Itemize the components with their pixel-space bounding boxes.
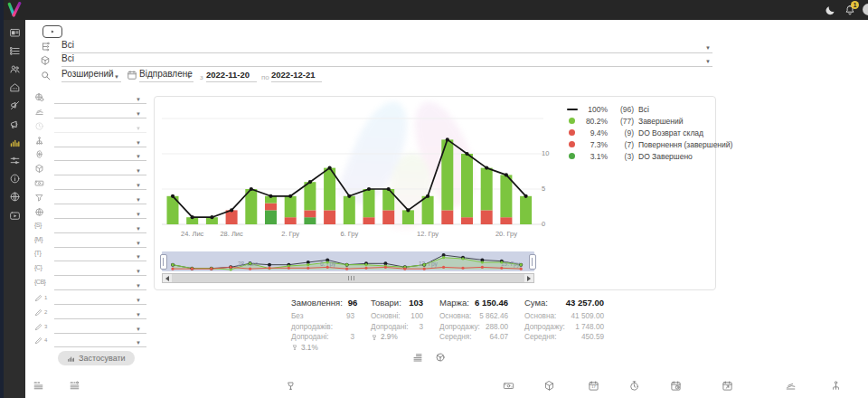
avatar[interactable]: [863, 4, 868, 15]
stat-sub-label: Допродані:: [371, 322, 409, 333]
toolbar-layers-icon[interactable]: [785, 380, 797, 392]
chevron-down-icon: ▼: [136, 168, 141, 174]
sidebar-item-globe-icon[interactable]: [4, 189, 25, 205]
toolbar-banknote-icon[interactable]: [503, 380, 514, 392]
scroll-left-arrow[interactable]: [163, 274, 172, 282]
stat-sub-label: Основні:: [371, 311, 401, 322]
toolbar-id-list-icon[interactable]: [33, 380, 44, 392]
toolbar-calendar-date-icon[interactable]: 17: [588, 380, 599, 392]
filter-select[interactable]: [54, 193, 146, 204]
legend-item-5[interactable]: 3.1%(3)DO Завершено: [566, 150, 732, 162]
filter-row-4: ▼: [33, 135, 148, 148]
apply-button[interactable]: Застосувати: [58, 351, 135, 365]
date-from-input[interactable]: 2022-11-20: [206, 70, 257, 82]
stat-sub-value: 93: [346, 311, 354, 332]
chart-range-minimap[interactable]: 28. Лис6. Гру12. Гру19. Гру: [162, 251, 534, 271]
search-icon[interactable]: [40, 70, 52, 81]
sidebar-item-branch-icon[interactable]: [4, 80, 25, 96]
scrollbar-grip[interactable]: [348, 276, 354, 280]
filter-row-13: {C}▼: [33, 263, 148, 277]
chart-mini-icon: [67, 355, 75, 363]
legend-item-4[interactable]: 7.3%(7)Повернення (завершений): [566, 138, 732, 150]
filter-select[interactable]: [54, 222, 146, 233]
toolbar-calendar-time-icon[interactable]: [670, 380, 682, 392]
legend-item-2[interactable]: 80.2%(77)Завершений: [566, 115, 732, 127]
legend-item-1[interactable]: 100%(96)Всі: [566, 103, 732, 115]
sidebar-item-orders-icon[interactable]: [4, 43, 25, 59]
legend-count: (96): [610, 105, 634, 114]
filter-select[interactable]: [54, 322, 146, 334]
scroll-right-arrow[interactable]: [524, 274, 533, 282]
chevron-down-icon: ▼: [136, 269, 141, 274]
filter-select[interactable]: [54, 336, 146, 347]
filter-select[interactable]: [54, 207, 146, 219]
filter-select[interactable]: [54, 279, 146, 290]
filter-row-12: {T}▼: [33, 249, 148, 262]
sidebar-item-sliders-icon[interactable]: [4, 152, 25, 168]
filter-select[interactable]: [54, 293, 146, 305]
sidebar-item-analytics-icon[interactable]: [4, 134, 25, 150]
filter-row-18: 4▼: [33, 335, 148, 348]
filter-row-15: 1▼: [33, 292, 148, 306]
app-logo[interactable]: [5, 2, 24, 18]
left-accent-strip: [0, 0, 4, 398]
y-tick-5: 5: [542, 185, 545, 193]
toolbar-org-icon[interactable]: [830, 380, 842, 392]
tour-play-button[interactable]: [42, 25, 62, 38]
sidebar-item-video-icon[interactable]: [4, 207, 25, 223]
view-toggle-cube-circle-icon[interactable]: [435, 352, 446, 363]
stat-sub-value: 5 862.46: [479, 311, 508, 322]
filter-select[interactable]: [54, 308, 146, 319]
toolbar-stopwatch-icon[interactable]: [628, 380, 640, 392]
filter-select[interactable]: [54, 164, 146, 175]
sidebar-item-clients-icon[interactable]: [4, 61, 25, 77]
product-select[interactable]: Всі ▼: [61, 53, 712, 67]
filter-select[interactable]: [54, 236, 146, 248]
stat-sub-label: Допродажу:: [524, 322, 565, 333]
date-to-input[interactable]: 2022-12-21: [271, 70, 322, 82]
stat-title: Сума:: [524, 298, 548, 308]
funnel-select[interactable]: Всі ▼: [61, 40, 712, 53]
filter-select[interactable]: [54, 250, 146, 261]
range-handle-right[interactable]: [529, 254, 536, 270]
clock-icon: [34, 121, 44, 131]
stat-percent: 2.9%: [381, 333, 398, 341]
notification-count-badge[interactable]: 1: [851, 1, 859, 9]
sidebar-item-megaphone-icon[interactable]: [4, 116, 25, 132]
filter-select[interactable]: [54, 178, 146, 190]
stat-sub-label: Допродані:: [291, 332, 329, 343]
theme-moon-icon[interactable]: [825, 5, 836, 16]
svg-text:20. Гру: 20. Гру: [495, 230, 517, 238]
chevron-down-icon: ▼: [136, 111, 141, 117]
range-handle-left[interactable]: [160, 254, 167, 270]
legend-count: (9): [610, 128, 634, 137]
chevron-down-icon: ▼: [136, 283, 141, 289]
filter-select[interactable]: [54, 121, 146, 133]
filter-select[interactable]: [54, 107, 146, 118]
sidebar-item-promo-off-icon[interactable]: [4, 98, 25, 114]
filter-select[interactable]: [54, 92, 146, 104]
toolbar-id-link-icon[interactable]: [69, 380, 80, 392]
sidebar-item-screen-icon[interactable]: [4, 24, 25, 41]
orders-stacked-bar-chart[interactable]: 24. Лис28. Лис2. Гру6. Гру12. Гру20. Гру: [162, 103, 549, 241]
filter-select[interactable]: [54, 136, 146, 147]
sitemap-icon: [40, 42, 51, 52]
search-mode-select[interactable]: Розширений ▼: [61, 69, 121, 82]
sidebar-item-info-icon[interactable]: [4, 171, 25, 187]
filter-select[interactable]: [54, 149, 146, 161]
legend-dot-marker: [569, 141, 575, 147]
filter-row-7: ▼: [33, 177, 148, 191]
toolbar-goblet-icon[interactable]: [285, 380, 297, 392]
toolbar-calendar-export-icon[interactable]: [722, 380, 733, 392]
stat-value: 6 150.46: [475, 298, 508, 308]
date-field-select[interactable]: Відправлене ▼: [139, 69, 193, 82]
view-toggle-report-icon[interactable]: [412, 352, 423, 363]
filter-row-14: {CB}▼: [33, 278, 148, 291]
stat-sub-value: 450.59: [581, 332, 604, 343]
product-select-value: Всі: [61, 53, 74, 63]
toolbar-cube-icon[interactable]: [543, 380, 555, 392]
filter-select[interactable]: [54, 264, 146, 276]
chart-horizontal-scrollbar[interactable]: [162, 273, 534, 283]
legend-percent: 100%: [580, 105, 608, 114]
legend-item-3[interactable]: 9.4%(9)DO Возврат склад: [566, 127, 732, 138]
